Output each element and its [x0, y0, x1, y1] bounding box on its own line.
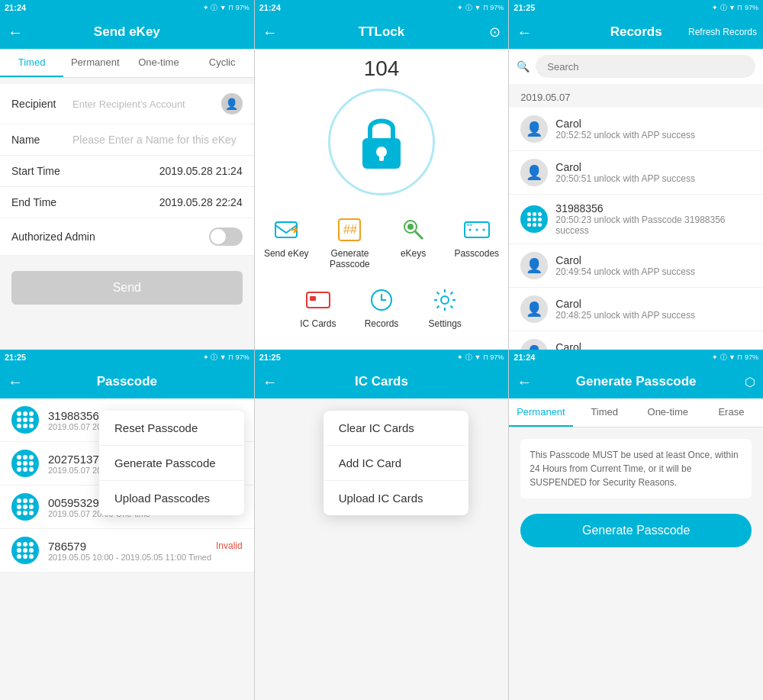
back-button-mid[interactable]: ← [262, 24, 278, 41]
context-upload-passcodes[interactable]: Upload Passcodes [99, 481, 244, 515]
send-ekey-header: ← Send eKey [0, 15, 254, 49]
context-clear-ic[interactable]: Clear IC Cards [324, 411, 468, 446]
back-button-ic[interactable]: ← [262, 373, 278, 391]
svg-rect-15 [310, 296, 316, 301]
record-item-0[interactable]: 👤 Carol 20:52:52 unlock with APP success [509, 108, 763, 151]
ic-cards-icon [303, 285, 333, 315]
send-ekey-icon [271, 215, 301, 245]
record-avatar-3: 👤 [520, 252, 548, 279]
back-button-right[interactable]: ← [517, 24, 532, 41]
status-time: 21:24 [5, 3, 26, 12]
status-time-bl: 21:25 [5, 353, 26, 362]
record-item-5[interactable]: 👤 Carol 20:44:25 unlock with APP success [509, 331, 763, 350]
svg-rect-2 [379, 155, 384, 161]
gen-tabs: Permanent Timed One-time Erase [509, 398, 763, 427]
date-header: 2019.05.07 [509, 87, 763, 108]
record-info-3: Carol 20:49:54 unlock with APP success [555, 254, 752, 277]
end-time-row: End Time 2019.05.28 22:24 [0, 187, 254, 218]
tab-permanent[interactable]: Permanent [63, 49, 127, 77]
refresh-records-button[interactable]: Refresh Records [688, 27, 757, 37]
record-avatar-5: 👤 [520, 339, 548, 350]
recipient-label: Recipient [11, 98, 72, 110]
tab-cyclic[interactable]: Cyclic [191, 49, 254, 77]
tab-timed[interactable]: Timed [0, 49, 63, 77]
menu-passcodes[interactable]: ≡≡ Passcodes [445, 207, 508, 277]
status-bar-top-middle: 21:24 ✦ ⓛ ▼ ⊓ 97% [255, 0, 509, 15]
record-item-4[interactable]: 👤 Carol 20:48:25 unlock with APP success [509, 288, 763, 331]
menu-ekeys[interactable]: eKeys [382, 207, 445, 277]
menu-send-ekey[interactable]: Send eKey [255, 207, 318, 277]
recipient-input[interactable] [72, 98, 221, 110]
status-icons-br: ✦ ⓛ ▼ ⊓ 97% [712, 353, 758, 363]
gen-tab-onetime[interactable]: One-time [636, 398, 700, 427]
send-ekey-label: Send eKey [264, 248, 309, 259]
passcode-num-2: 00595329 [48, 496, 99, 509]
record-name-1: Carol [555, 161, 752, 173]
start-time-value: 2019.05.28 21:24 [72, 165, 243, 177]
record-detail-2: 20:50:23 unlock with Passcode 31988356 s… [555, 215, 752, 236]
svg-line-7 [415, 231, 423, 239]
search-icon: 🔍 [517, 60, 530, 73]
menu-settings[interactable]: Settings [414, 277, 477, 337]
gen-tab-permanent[interactable]: Permanent [509, 398, 572, 427]
lock-number: 104 [364, 56, 400, 81]
end-time-value: 2019.05.28 22:24 [72, 196, 243, 208]
passcode-meta-3: 2019.05.05 10:00 - 2019.05.05 11:00 Time… [48, 553, 243, 562]
generate-passcode-button[interactable]: Generate Passcode [520, 514, 752, 547]
svg-text:##: ## [343, 223, 357, 236]
send-button[interactable]: Send [11, 271, 243, 305]
status-bar-bottom-right: 21:24 ✦ ⓛ ▼ ⊓ 97% [509, 350, 763, 365]
passcode-dot-2 [11, 493, 39, 521]
record-detail-4: 20:48:25 unlock with APP success [555, 310, 752, 321]
end-time-label: End Time [11, 196, 72, 208]
name-placeholder: Please Enter a Name for this eKey [72, 134, 243, 146]
name-label: Name [11, 134, 72, 146]
context-reset-passcode[interactable]: Reset Passcode [99, 411, 244, 446]
menu-ic-cards[interactable]: IC Cards [286, 277, 349, 337]
back-button-bl[interactable]: ← [8, 373, 23, 391]
context-upload-ic[interactable]: Upload IC Cards [324, 481, 468, 515]
passcode-dot-1 [11, 450, 39, 477]
records-label: Records [365, 318, 399, 329]
search-input[interactable] [536, 55, 755, 78]
ttlock-screen: 21:24 ✦ ⓛ ▼ ⊓ 97% ← TTLock ⊙ 104 [254, 0, 509, 350]
passcode-info-3: 786579 Invalid 2019.05.05 10:00 - 2019.0… [48, 540, 243, 562]
record-item-3[interactable]: 👤 Carol 20:49:54 unlock with APP success [509, 244, 763, 288]
tabs-row: Timed Permanent One-time Cyclic [0, 49, 254, 78]
status-bar-bottom-left: 21:25 ✦ ⓛ ▼ ⊓ 97% [0, 350, 254, 365]
back-button-br[interactable]: ← [517, 373, 532, 391]
status-icons: ✦ ⓛ ▼ ⊓ 97% [203, 3, 250, 13]
context-generate-passcode[interactable]: Generate Passcode [99, 446, 244, 481]
admin-toggle[interactable] [209, 227, 243, 246]
lock-circle [328, 89, 435, 195]
gen-body: This Passcode MUST be used at least Once… [509, 427, 763, 700]
records-screen: 21:25 ✦ ⓛ ▼ ⊓ 97% ← Records Refresh Reco… [508, 0, 763, 350]
contact-icon[interactable]: 👤 [221, 93, 243, 115]
record-detail-0: 20:52:52 unlock with APP success [555, 130, 752, 140]
record-item-1[interactable]: 👤 Carol 20:50:51 unlock with APP success [509, 151, 763, 195]
records-body: 🔍 2019.05.07 👤 Carol 20:52:52 unlock wit… [509, 49, 763, 350]
generate-passcode-label: Generate Passcode [318, 248, 382, 269]
name-row: Name Please Enter a Name for this eKey [0, 124, 254, 156]
gen-tab-erase[interactable]: Erase [700, 398, 763, 427]
passcode-item-3[interactable]: 786579 Invalid 2019.05.05 10:00 - 2019.0… [0, 529, 254, 573]
context-add-ic[interactable]: Add IC Card [324, 446, 468, 481]
start-time-label: Start Time [11, 165, 72, 177]
passcodes-label: Passcodes [454, 248, 499, 259]
menu-generate-passcode[interactable]: ## Generate Passcode [318, 207, 382, 277]
gen-tab-timed[interactable]: Timed [573, 398, 636, 427]
record-item-2[interactable]: 31988356 20:50:23 unlock with Passcode 3… [509, 195, 763, 244]
passcode-dot-3 [11, 537, 39, 564]
record-info-2: 31988356 20:50:23 unlock with Passcode 3… [555, 202, 752, 236]
back-button[interactable]: ← [8, 24, 23, 41]
menu-records[interactable]: Records [349, 277, 413, 337]
profile-icon[interactable]: ⊙ [489, 24, 501, 40]
ttlock-title: TTLock [359, 24, 404, 40]
external-link-icon[interactable]: ⬡ [745, 375, 755, 389]
ekeys-icon [398, 215, 429, 245]
gen-note: This Passcode MUST be used at least Once… [520, 439, 752, 498]
status-bar-top-left: 21:24 ✦ ⓛ ▼ ⊓ 97% [0, 0, 254, 15]
passcode-title: Passcode [97, 374, 157, 389]
tab-onetime[interactable]: One-time [127, 49, 190, 77]
ic-header: ← IC Cards [255, 365, 509, 398]
